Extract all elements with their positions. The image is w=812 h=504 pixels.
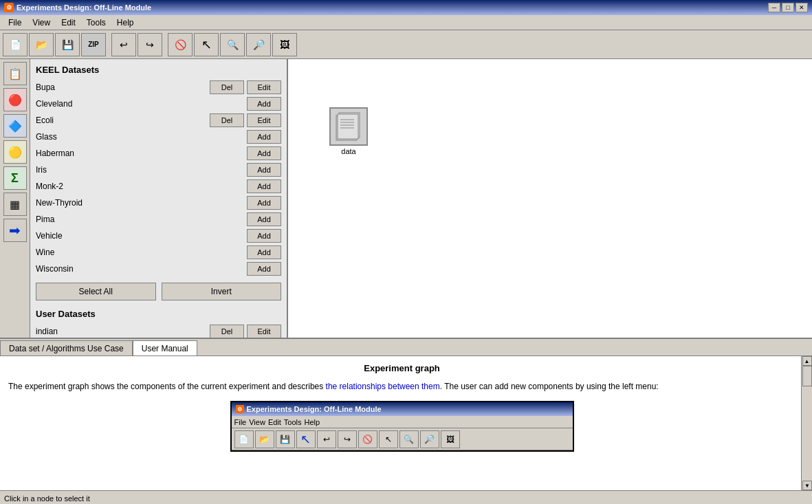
stop-button[interactable]: 🚫 [168, 33, 193, 56]
window-title: Experiments Design: Off-Line Module [17, 3, 151, 12]
datasets-panel: KEEL Datasets Bupa Del Edit Cleveland Ad… [30, 59, 288, 338]
undo-button[interactable]: ↩ [111, 33, 136, 56]
bupa-edit-button[interactable]: Edit [247, 80, 281, 94]
image-button[interactable]: 🖼 [272, 33, 297, 56]
maximize-button[interactable]: □ [782, 3, 794, 12]
dataset-row: Monk-2 Add [33, 178, 284, 195]
nested-screenshot: ⚙ Experiments Design: Off-Line Module Fi… [230, 401, 574, 452]
vehicle-add-button[interactable]: Add [247, 229, 281, 243]
new-button[interactable]: 📄 [3, 33, 28, 56]
dataset-row: Ecoli Del Edit [33, 112, 284, 129]
dataset-name: Iris [36, 165, 244, 175]
svg-rect-2 [338, 114, 358, 139]
dataset-name: Haberman [36, 149, 244, 158]
dataset-row: Bupa Del Edit [33, 79, 284, 96]
tab-user-manual[interactable]: User Manual [133, 340, 197, 355]
sidebar-icons: 📋 🔴 🔷 🟡 Σ ▦ ➡ [0, 59, 30, 338]
open-button[interactable]: 📂 [29, 33, 54, 56]
search-button[interactable]: 🔍 [220, 33, 245, 56]
cleveland-add-button[interactable]: Add [247, 97, 281, 111]
desc-text-blue: the relationships between them [326, 382, 440, 391]
sidebar-yellow-icon[interactable]: 🟡 [3, 140, 27, 164]
invert-button[interactable]: Invert [162, 283, 282, 300]
dataset-row: New-Thyroid Add [33, 195, 284, 211]
indian-edit-button[interactable]: Edit [247, 325, 281, 338]
zip-button[interactable]: ZIP [81, 33, 106, 56]
nested-menu-help: Help [305, 418, 320, 426]
sidebar-cube-icon[interactable]: 🔷 [3, 114, 27, 138]
toolbar-sep2 [164, 33, 166, 56]
sidebar-sigma-icon[interactable]: Σ [3, 166, 27, 190]
title-bar-left: ⚙ Experiments Design: Off-Line Module [4, 3, 151, 12]
menu-bar: File View Edit Tools Help [0, 15, 812, 30]
monk2-add-button[interactable]: Add [247, 179, 281, 193]
cursor-button[interactable]: ↖ [194, 33, 219, 56]
app-icon: ⚙ [4, 3, 14, 12]
dataset-name: New-Thyroid [36, 198, 244, 208]
menu-edit[interactable]: Edit [56, 17, 81, 29]
select-all-button[interactable]: Select All [36, 283, 156, 300]
toolbar-sep1 [107, 33, 110, 56]
desc-text-2: . The user can add new components by usi… [440, 382, 659, 391]
indian-del-button[interactable]: Del [210, 325, 244, 338]
close-button[interactable]: ✕ [795, 3, 808, 12]
redo-button[interactable]: ↪ [138, 33, 162, 56]
title-bar-buttons: ─ □ ✕ [768, 3, 808, 12]
toolbar: 📄 📂 💾 ZIP ↩ ↪ 🚫 ↖ 🔍 🔎 🖼 [0, 30, 812, 59]
title-bar: ⚙ Experiments Design: Off-Line Module ─ … [0, 0, 812, 15]
datasets-scroll[interactable]: KEEL Datasets Bupa Del Edit Cleveland Ad… [30, 59, 287, 338]
sidebar-data-red-icon[interactable]: 🔴 [3, 88, 27, 111]
menu-view[interactable]: View [27, 17, 56, 29]
bottom-tabs: Data set / Algorithms Use Case User Manu… [0, 339, 812, 355]
data-node-icon [329, 107, 368, 146]
bottom-scrollbar[interactable]: ▲ ▼ [801, 356, 812, 490]
newthyroid-add-button[interactable]: Add [247, 196, 281, 210]
nested-btn-1: 📄 [234, 430, 254, 448]
menu-tools[interactable]: Tools [81, 17, 111, 29]
dataset-row: Iris Add [33, 162, 284, 178]
nested-toolbar: 📄 📂 💾 ↖ ↩ ↪ 🚫 ↖ 🔍 🔎 🖼 [232, 428, 573, 450]
nested-menu-view: View [249, 418, 265, 426]
nested-menu-bar: File View Edit Tools Help [232, 416, 573, 428]
zoom-button[interactable]: 🔎 [246, 33, 271, 56]
minimize-button[interactable]: ─ [768, 3, 780, 12]
dataset-name: Glass [36, 132, 244, 142]
sidebar-document-icon[interactable]: 📋 [3, 62, 27, 85]
nested-title-bar: ⚙ Experiments Design: Off-Line Module [232, 402, 573, 416]
nested-btn-6: ↪ [338, 430, 357, 448]
dataset-row: Wine Add [33, 244, 284, 261]
data-node[interactable]: data [329, 107, 368, 155]
menu-help[interactable]: Help [111, 17, 140, 29]
graph-area[interactable]: data [288, 59, 812, 338]
tab-dataset-algorithms[interactable]: Data set / Algorithms Use Case [0, 340, 133, 355]
sidebar-grid-icon[interactable]: ▦ [3, 193, 27, 216]
nested-btn-11: 🖼 [441, 430, 460, 448]
dataset-row: Glass Add [33, 129, 284, 145]
dataset-name: Ecoli [36, 116, 207, 125]
wisconsin-add-button[interactable]: Add [247, 262, 281, 276]
ecoli-edit-button[interactable]: Edit [247, 113, 281, 127]
iris-add-button[interactable]: Add [247, 163, 281, 177]
dataset-row: Cleveland Add [33, 96, 284, 112]
dataset-row: Wisconsin Add [33, 261, 284, 277]
pima-add-button[interactable]: Add [247, 212, 281, 226]
menu-file[interactable]: File [3, 17, 27, 29]
scrollbar-thumb[interactable] [802, 366, 812, 386]
dataset-name: Wisconsin [36, 264, 244, 274]
nested-btn-8: ↖ [379, 430, 398, 448]
dataset-name: Pima [36, 215, 244, 224]
dataset-row: indian Del Edit [33, 323, 284, 338]
glass-add-button[interactable]: Add [247, 130, 281, 144]
content-area: 📋 🔴 🔷 🟡 Σ ▦ ➡ KEEL Datasets Bupa Del Edi… [0, 59, 812, 338]
sidebar-arrow-icon[interactable]: ➡ [3, 219, 27, 242]
save-button[interactable]: 💾 [55, 33, 80, 56]
nested-window-title: Experiments Design: Off-Line Module [247, 405, 382, 413]
haberman-add-button[interactable]: Add [247, 146, 281, 160]
ecoli-del-button[interactable]: Del [210, 113, 244, 127]
nested-menu-edit: Edit [268, 418, 281, 426]
nested-btn-10: 🔎 [420, 430, 439, 448]
bupa-del-button[interactable]: Del [210, 80, 244, 94]
wine-add-button[interactable]: Add [247, 245, 281, 259]
select-buttons: Select All Invert [33, 277, 284, 306]
nested-menu-tools: Tools [284, 418, 302, 426]
